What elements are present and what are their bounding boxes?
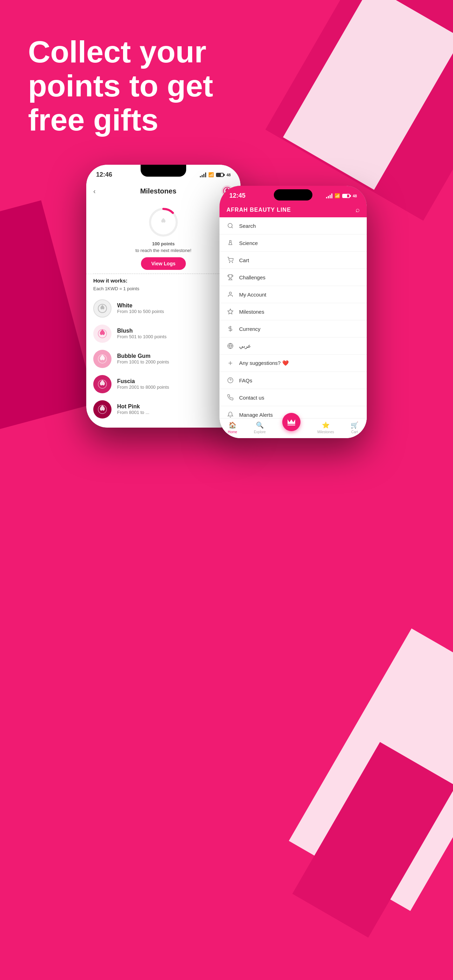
menu-label-science: Science	[239, 240, 258, 246]
menu-label-challenges: Challenges	[239, 274, 265, 280]
milestone-points-fuscia: From 2001 to 8000 points	[117, 385, 169, 390]
battery-fill-1	[217, 173, 221, 176]
explore-nav-label: Explore	[254, 430, 266, 434]
menu-label-myaccount: My Account	[239, 292, 266, 298]
milestone-icon-fuscia	[93, 375, 112, 393]
cart-nav-icon: 🛒	[351, 421, 358, 429]
challenges-menu-icon	[226, 274, 234, 281]
alerts-menu-icon	[226, 411, 234, 418]
progress-subtitle: to reach the next milestone!	[136, 248, 191, 253]
milestone-item-bubblegum: Bubble Gum From 1001 to 2000 points	[86, 346, 241, 372]
svg-line-10	[231, 227, 233, 228]
signal-bars-1	[200, 172, 206, 177]
contact-menu-icon	[226, 394, 234, 401]
milestone-icon-bubblegum	[93, 350, 112, 368]
faqs-menu-icon	[226, 376, 234, 384]
arabic-menu-icon	[226, 342, 234, 350]
signal-bar-3	[203, 174, 204, 177]
milestone-name-hotpink: Hot Pink	[117, 403, 149, 410]
menu-item-faqs[interactable]: FAQs	[220, 372, 367, 389]
milestone-icon-blush	[93, 325, 112, 343]
signal-bar-4	[205, 172, 206, 177]
menu-label-cart: Cart	[239, 257, 249, 263]
svg-point-13	[232, 262, 233, 263]
milestone-icon-hotpink	[93, 400, 112, 418]
menu-item-search[interactable]: Search	[220, 217, 367, 234]
milestone-item-hotpink: Hot Pink From 8001 to ...	[86, 397, 241, 422]
dynamic-island	[274, 189, 313, 200]
nav-milestones[interactable]: ⭐ Milestones	[317, 421, 334, 434]
search-icon-header[interactable]: ⌕	[356, 206, 360, 214]
home-nav-label: Home	[228, 430, 238, 434]
wifi-icon-2: 📶	[335, 193, 340, 198]
menu-label-arabic: عربي	[239, 343, 251, 349]
milestone-info-fuscia: Fuscia From 2001 to 8000 points	[117, 378, 169, 390]
back-button[interactable]: ‹	[93, 187, 96, 195]
hero-title: Collect your points to get free gifts	[28, 35, 273, 137]
milestone-item-fuscia: Fuscia From 2001 to 8000 points	[86, 372, 241, 397]
nav-explore[interactable]: 🔍 Explore	[254, 421, 266, 434]
menu-item-challenges[interactable]: Challenges	[220, 269, 367, 286]
search-menu-icon	[226, 222, 234, 229]
milestone-points-white: From 100 to 500 points	[117, 309, 164, 314]
brand-header: AFRAH BEAUTY LINE ⌕	[220, 202, 367, 217]
progress-section: 100 points to reach the next milestone! …	[86, 201, 241, 273]
menu-label-suggestions: Any suggestions? ❤️	[239, 360, 289, 366]
milestone-name-blush: Blush	[117, 328, 167, 334]
progress-points: 100 points	[152, 241, 175, 247]
menu-item-milestones[interactable]: Milestones	[220, 303, 367, 320]
crown-icon	[287, 417, 296, 426]
milestone-list: White From 100 to 500 points Blush F	[86, 294, 241, 424]
notch-1	[140, 165, 186, 177]
status-icons-2: 📶 48	[326, 193, 357, 198]
menu-label-milestones: Milestones	[239, 309, 264, 315]
points-info: Each 1KWD = 1 points	[86, 285, 241, 294]
menu-item-arabic[interactable]: عربي	[220, 337, 367, 355]
status-time-1: 12:46	[96, 171, 112, 178]
suggestions-menu-icon	[226, 359, 234, 367]
battery-1	[216, 173, 224, 177]
signal-bar-w1	[326, 197, 327, 198]
milestones-header: ‹ Milestones	[86, 181, 241, 201]
svg-point-14	[229, 292, 231, 294]
menu-item-suggestions[interactable]: Any suggestions? ❤️	[220, 355, 367, 372]
milestones-nav-icon: ⭐	[322, 421, 330, 429]
phones-container: 12:46 📶 48 ‹ M	[0, 165, 453, 438]
menu-item-myaccount[interactable]: My Account	[220, 286, 367, 303]
phone-menu: 12:45 📶 48 AFRAH BEAUT	[220, 186, 367, 438]
signal-bar-w2	[328, 196, 329, 198]
nav-cart[interactable]: 🛒 Cart	[351, 421, 358, 434]
currency-menu-icon	[226, 325, 234, 332]
menu-label-faqs: FAQs	[239, 377, 252, 383]
milestones-nav-label: Milestones	[317, 430, 334, 434]
menu-label-search: Search	[239, 223, 256, 229]
milestone-name-bubblegum: Bubble Gum	[117, 353, 169, 359]
milestone-points-hotpink: From 8001 to ...	[117, 410, 149, 415]
menu-item-science[interactable]: Science	[220, 234, 367, 252]
menu-label-alerts: Manage Alerts	[239, 412, 273, 418]
bottom-nav: 🏠 Home 🔍 Explore ⭐ Milestones	[220, 418, 367, 438]
myaccount-menu-icon	[226, 291, 234, 298]
milestone-info-white: White From 100 to 500 points	[117, 302, 164, 314]
menu-item-cart[interactable]: Cart	[220, 252, 367, 269]
nav-home[interactable]: 🏠 Home	[228, 421, 238, 434]
menu-item-currency[interactable]: Currency	[220, 320, 367, 337]
progress-text: 100 points to reach the next milestone!	[136, 241, 191, 253]
svg-point-9	[228, 224, 232, 228]
milestone-info-blush: Blush From 501 to 1000 points	[117, 328, 167, 339]
view-logs-button[interactable]: View Logs	[141, 257, 186, 270]
menu-label-contact: Contact us	[239, 395, 264, 401]
svg-marker-15	[228, 309, 233, 314]
science-menu-icon	[226, 239, 234, 247]
menu-label-currency: Currency	[239, 326, 260, 332]
explore-nav-icon: 🔍	[256, 421, 264, 429]
nav-center[interactable]	[282, 421, 300, 434]
battery-label-1: 48	[226, 173, 231, 177]
cart-nav-label: Cart	[351, 430, 358, 434]
home-nav-icon: 🏠	[229, 421, 236, 429]
milestone-points-bubblegum: From 1001 to 2000 points	[117, 359, 169, 364]
menu-item-contact[interactable]: Contact us	[220, 389, 367, 406]
battery-fill-2	[343, 194, 348, 197]
crown-center-button[interactable]	[282, 413, 300, 431]
svg-point-12	[229, 262, 230, 263]
